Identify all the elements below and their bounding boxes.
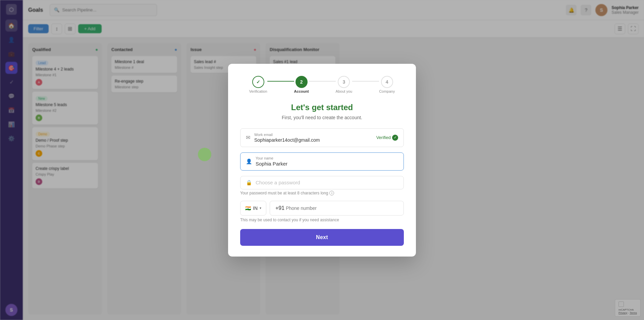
- password-input-inner: [256, 180, 398, 186]
- name-label: Your name: [256, 156, 398, 160]
- step-3-label: About you: [336, 89, 353, 93]
- verified-badge: Verified ✓: [376, 135, 398, 141]
- email-value: Sophiaparker14oct@gmail.com: [254, 137, 372, 143]
- name-input-inner: Your name: [256, 156, 398, 167]
- country-code: IN: [253, 205, 258, 211]
- password-input[interactable]: [256, 180, 398, 185]
- person-icon: 👤: [246, 158, 252, 165]
- step-2-label: Account: [294, 89, 309, 93]
- password-hint: Your password must be at least 8 charact…: [240, 191, 404, 195]
- step-line-3-4: [352, 81, 379, 82]
- verified-check-icon: ✓: [392, 135, 398, 141]
- modal-subtitle: First, you'll need to create the account…: [240, 115, 404, 120]
- step-3-about: 3 About you: [336, 76, 353, 93]
- phone-row: 🇮🇳 IN ▾ +91: [240, 201, 404, 216]
- step-2-circle: 2: [296, 76, 308, 88]
- step-4-label: Company: [379, 89, 395, 93]
- email-icon: ✉: [246, 134, 250, 141]
- step-1-circle: ✓: [252, 76, 264, 88]
- phone-prefix: +91: [275, 205, 284, 211]
- step-line-2-3: [309, 81, 336, 82]
- chevron-down-icon: ▾: [260, 206, 261, 210]
- step-4-circle: 4: [381, 76, 393, 88]
- email-label: Work email: [254, 133, 372, 137]
- password-input-group[interactable]: 🔒: [240, 176, 404, 189]
- stepper: ✓ Verification 2 Account 3 About you 4 C…: [240, 76, 404, 93]
- info-icon: i: [329, 191, 334, 195]
- step-3-circle: 3: [338, 76, 350, 88]
- phone-input[interactable]: [286, 205, 398, 211]
- name-input[interactable]: [256, 161, 398, 167]
- country-select[interactable]: 🇮🇳 IN ▾: [240, 201, 266, 216]
- phone-hint: This may be used to contact you if you n…: [240, 218, 404, 222]
- name-input-group[interactable]: 👤 Your name: [240, 152, 404, 171]
- next-button[interactable]: Next: [240, 229, 404, 246]
- step-1-verification: ✓ Verification: [249, 76, 267, 93]
- step-2-account: 2 Account: [294, 76, 309, 93]
- step-4-company: 4 Company: [379, 76, 395, 93]
- password-hint-text: Your password must be at least 8 charact…: [240, 191, 328, 195]
- verified-text: Verified: [376, 135, 391, 140]
- step-1-label: Verification: [249, 89, 267, 93]
- email-content: Work email Sophiaparker14oct@gmail.com: [254, 133, 372, 143]
- step-line-1-2: [267, 81, 294, 82]
- modal-overlay: ✓ Verification 2 Account 3 About you 4 C…: [0, 0, 644, 320]
- account-setup-modal: ✓ Verification 2 Account 3 About you 4 C…: [228, 64, 416, 257]
- email-display-field: ✉ Work email Sophiaparker14oct@gmail.com…: [240, 128, 404, 147]
- modal-title: Let's get started: [240, 103, 404, 112]
- lock-icon: 🔒: [246, 180, 252, 186]
- country-flag-icon: 🇮🇳: [245, 205, 251, 211]
